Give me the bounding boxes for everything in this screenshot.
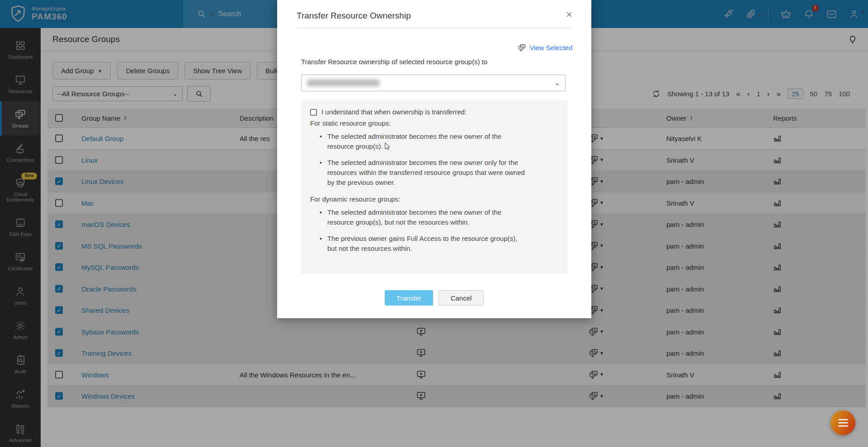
bullet-item: The previous owner gains Full Access to … bbox=[327, 234, 526, 254]
mouse-cursor-icon bbox=[385, 142, 391, 150]
dynamic-groups-heading: For dynamic resource groups: bbox=[310, 195, 558, 203]
ownership-info-panel: I understand that when ownership is tran… bbox=[301, 100, 567, 274]
close-icon[interactable]: × bbox=[566, 8, 572, 21]
bullet-item: The selected administrator becomes the n… bbox=[327, 158, 526, 188]
acknowledge-checkbox[interactable] bbox=[310, 109, 317, 116]
dialog-divider bbox=[297, 28, 572, 28]
new-owner-select[interactable]: ⌄ bbox=[301, 75, 566, 91]
acknowledge-label: I understand that when ownership is tran… bbox=[321, 108, 467, 116]
bullet-item: The selected administrator becomes the n… bbox=[327, 132, 526, 151]
cancel-button[interactable]: Cancel bbox=[439, 290, 484, 306]
selected-groups-icon bbox=[518, 43, 526, 52]
view-selected-link[interactable]: View Selected bbox=[518, 43, 572, 52]
transfer-ownership-dialog: Transfer Resource Ownership × View Selec… bbox=[277, 0, 591, 318]
dynamic-groups-bullets: The selected administrator becomes the n… bbox=[327, 207, 558, 254]
owner-select-redacted-value bbox=[307, 80, 379, 86]
static-groups-bullets: The selected administrator becomes the n… bbox=[327, 132, 558, 188]
transfer-to-label: Transfer Resource ownership of selected … bbox=[301, 58, 487, 66]
select-chevron-icon: ⌄ bbox=[555, 80, 560, 86]
static-groups-heading: For static resource groups: bbox=[310, 119, 558, 127]
transfer-button[interactable]: Transfer bbox=[385, 290, 433, 306]
bullet-item: The selected administrator becomes the n… bbox=[327, 207, 526, 227]
dialog-title: Transfer Resource Ownership bbox=[297, 11, 411, 21]
feedback-menu-fab[interactable] bbox=[830, 410, 855, 435]
hamburger-icon bbox=[838, 419, 848, 420]
